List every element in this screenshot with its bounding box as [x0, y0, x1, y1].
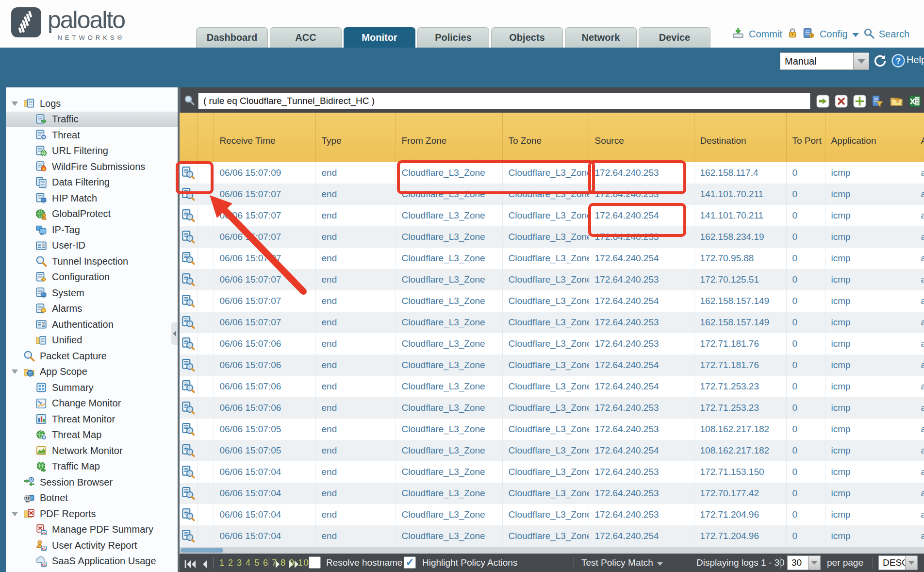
cell-action[interactable]: a — [915, 440, 924, 461]
cell-destination[interactable]: 172.71.181.76 — [694, 333, 786, 354]
auto-refresh-select[interactable]: Manual — [780, 52, 854, 70]
cell-source[interactable]: 172.64.240.253 — [589, 461, 694, 483]
per-page-dropdown-button[interactable] — [808, 555, 821, 570]
cell-application[interactable]: icmp — [825, 248, 915, 269]
sidebar-item-configuration[interactable]: Configuration — [6, 269, 178, 286]
sidebar-item-threat-monitor[interactable]: Threat Monitor — [6, 411, 178, 427]
cell-type[interactable]: end — [315, 354, 396, 376]
cell-application[interactable]: icmp — [825, 354, 915, 376]
cell-type[interactable]: end — [315, 397, 396, 419]
cell-application[interactable]: icmp — [825, 440, 915, 461]
sidebar-item-threat[interactable]: Threat — [6, 127, 178, 143]
sidebar-item-threat-map[interactable]: Threat Map — [6, 427, 178, 443]
cell-source[interactable]: 172.64.240.253 — [589, 483, 694, 504]
last-page-button[interactable] — [288, 557, 301, 572]
tab-monitor[interactable]: Monitor — [344, 27, 415, 48]
column-header-to_zone[interactable]: To Zone — [502, 113, 589, 162]
cell-action[interactable]: a — [915, 354, 924, 376]
cell-to-port[interactable]: 0 — [786, 483, 825, 504]
cell-action[interactable]: a — [915, 290, 924, 312]
cell-to-port[interactable]: 0 — [786, 162, 825, 184]
cell-to-port[interactable]: 0 — [786, 269, 825, 290]
sort-order-select[interactable]: DESC — [878, 555, 906, 570]
cell-type[interactable]: end — [315, 312, 396, 333]
log-detail-button[interactable] — [180, 397, 197, 419]
sidebar-item-wildfire-submissions[interactable]: WildFire Submissions — [6, 159, 178, 175]
cell-to-port[interactable]: 0 — [786, 525, 825, 547]
cell-type[interactable]: end — [315, 525, 396, 547]
tab-objects[interactable]: Objects — [491, 27, 563, 48]
cell-to-zone[interactable]: Cloudflare_L3_Zone — [502, 525, 589, 547]
resolve-hostname-checkbox[interactable] — [309, 556, 321, 569]
expander-triangle-icon[interactable] — [12, 511, 18, 517]
sidebar-item-authentication[interactable]: Authentication — [6, 317, 178, 333]
log-detail-button[interactable] — [180, 461, 197, 483]
sidebar-item-summary[interactable]: Summary — [6, 380, 178, 396]
cell-to-port[interactable]: 0 — [786, 504, 825, 525]
cell-to-zone[interactable]: Cloudflare_L3_Zone — [502, 226, 589, 248]
cell-destination[interactable]: 141.101.70.211 — [694, 205, 786, 226]
cell-destination[interactable]: 108.162.217.182 — [694, 440, 786, 461]
cell-to-port[interactable]: 0 — [786, 205, 825, 226]
cell-destination[interactable]: 108.162.217.182 — [694, 419, 786, 440]
sidebar-item-network-monitor[interactable]: Network Monitor — [6, 443, 178, 459]
horizontal-scrollbar[interactable] — [180, 547, 924, 554]
sidebar-item-data-filtering[interactable]: Data Filtering — [6, 175, 178, 191]
cell-from-zone[interactable]: Cloudflare_L3_Zone — [396, 248, 502, 269]
next-page-button[interactable] — [275, 557, 281, 572]
prev-page-button[interactable] — [201, 557, 208, 572]
sidebar-item-globalprotect[interactable]: GlobalProtect — [6, 206, 178, 222]
sidebar-item-traffic[interactable]: Traffic — [6, 112, 178, 128]
cell-source[interactable]: 172.64.240.253 — [589, 312, 694, 333]
column-header-type[interactable]: Type — [315, 113, 396, 162]
cell-action[interactable]: a — [915, 397, 924, 419]
first-page-button[interactable] — [183, 557, 197, 572]
sidebar-item-ip-tag[interactable]: IP-Tag — [6, 222, 178, 238]
cell-from-zone[interactable]: Cloudflare_L3_Zone — [396, 333, 502, 354]
cell-action[interactable]: a — [915, 269, 924, 290]
log-detail-button[interactable] — [180, 525, 197, 547]
cell-to-port[interactable]: 0 — [786, 290, 825, 312]
cell-to-port[interactable]: 0 — [786, 333, 825, 354]
cell-application[interactable]: icmp — [825, 504, 915, 525]
cell-to-port[interactable]: 0 — [786, 354, 825, 376]
sidebar-item-user-id[interactable]: User-ID — [6, 238, 178, 254]
cell-to-zone[interactable]: Cloudflare_L3_Zone — [502, 483, 589, 504]
column-header-receive_time[interactable]: Receive Time — [214, 113, 315, 162]
cell-action[interactable]: a — [915, 525, 924, 547]
cell-to-zone[interactable]: Cloudflare_L3_Zone — [502, 333, 589, 354]
apply-filter-button[interactable] — [816, 95, 829, 108]
cell-action[interactable]: a — [915, 312, 924, 333]
log-detail-button[interactable] — [180, 419, 197, 440]
cell-application[interactable]: icmp — [825, 397, 915, 419]
cell-application[interactable]: icmp — [825, 184, 915, 205]
config-caret-icon[interactable] — [852, 33, 859, 37]
cell-from-zone[interactable]: Cloudflare_L3_Zone — [396, 269, 502, 290]
highlight-policy-actions-checkbox[interactable]: ✓ — [404, 556, 416, 569]
cell-application[interactable]: icmp — [825, 419, 915, 440]
cell-destination[interactable]: 172.71.181.76 — [694, 354, 786, 376]
cell-source[interactable]: 172.64.240.254 — [589, 248, 694, 269]
commit-button[interactable]: Commit — [749, 29, 782, 40]
cell-from-zone[interactable]: Cloudflare_L3_Zone — [396, 397, 502, 419]
horizontal-scrollbar-thumb[interactable] — [181, 548, 223, 553]
sidebar-item-url-filtering[interactable]: URL Filtering — [6, 143, 178, 159]
log-detail-button[interactable] — [180, 483, 197, 504]
refresh-icon[interactable] — [873, 53, 887, 70]
cell-to-port[interactable]: 0 — [786, 184, 825, 205]
cell-action[interactable]: a — [915, 226, 924, 248]
cell-application[interactable]: icmp — [825, 205, 915, 226]
cell-to-zone[interactable]: Cloudflare_L3_Zone — [502, 205, 589, 226]
cell-destination[interactable]: 172.70.177.42 — [694, 483, 786, 504]
cell-to-port[interactable]: 0 — [786, 226, 825, 248]
cell-application[interactable]: icmp — [825, 290, 915, 312]
sidebar-item-manage-pdf-summary[interactable]: Manage PDF Summary — [6, 522, 178, 538]
search-button[interactable]: Search — [879, 29, 909, 40]
sidebar-item-tunnel-inspection[interactable]: Tunnel Inspection — [6, 253, 178, 269]
cell-action[interactable]: a — [915, 419, 924, 440]
cell-action[interactable]: a — [915, 333, 924, 354]
log-detail-button[interactable] — [180, 354, 197, 376]
cell-from-zone[interactable]: Cloudflare_L3_Zone — [396, 440, 502, 461]
cell-from-zone[interactable]: Cloudflare_L3_Zone — [396, 483, 502, 504]
cell-destination[interactable]: 172.70.125.51 — [694, 269, 786, 290]
